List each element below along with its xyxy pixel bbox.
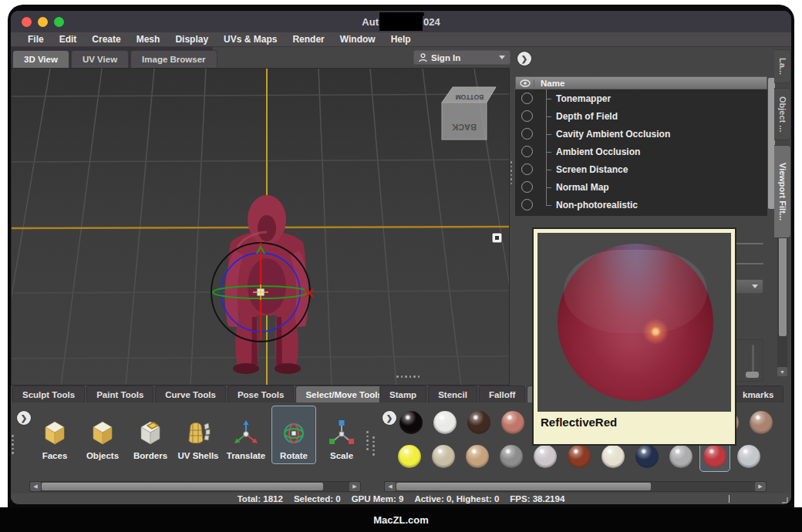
- material-swatch-beige[interactable]: [432, 445, 455, 468]
- tray-tab[interactable]: Pose Tools: [227, 386, 295, 402]
- filter-visibility-toggle[interactable]: [521, 128, 533, 140]
- tree-line: [533, 125, 553, 143]
- sign-in-dropdown[interactable]: Sign In: [413, 50, 511, 65]
- side-tab[interactable]: Object ...: [774, 88, 791, 140]
- right-tray-expand-button[interactable]: ❯: [382, 411, 396, 425]
- material-swatch-light-silver[interactable]: [737, 445, 760, 468]
- scroll-right-arrow[interactable]: ▶: [349, 482, 360, 491]
- panel-vertical-scrollbar[interactable]: ▲ ▼: [777, 225, 787, 376]
- filter-row[interactable]: Non-photorealistic: [515, 196, 767, 214]
- menu-item[interactable]: Render: [285, 34, 332, 45]
- menu-bar: FileEditCreateMeshDisplayUVs & MapsRende…: [11, 32, 791, 47]
- menu-item[interactable]: Edit: [52, 34, 85, 45]
- filter-visibility-toggle[interactable]: [521, 110, 533, 122]
- material-swatches-top-left: [399, 411, 524, 434]
- menu-item[interactable]: Help: [383, 34, 419, 45]
- filter-name: Non-photorealistic: [556, 200, 638, 210]
- tool-objects[interactable]: Objects: [80, 406, 125, 464]
- material-swatch-red[interactable]: [703, 445, 726, 468]
- material-swatch-pearl[interactable]: [602, 445, 625, 468]
- filter-visibility-toggle[interactable]: [521, 181, 533, 193]
- filter-name: Ambient Occlusion: [556, 146, 640, 157]
- filter-row[interactable]: Screen Distance: [515, 160, 767, 178]
- tool-faces[interactable]: Faces: [32, 406, 77, 464]
- tree-line: [533, 107, 553, 125]
- property-slider-knob[interactable]: [746, 372, 759, 378]
- tool-scale[interactable]: Scale: [319, 406, 364, 464]
- scroll-left-arrow[interactable]: ◀: [30, 482, 41, 491]
- bookmarks-tab[interactable]: kmarks: [733, 386, 783, 402]
- scroll-down-arrow[interactable]: ▼: [777, 367, 787, 376]
- tool-uv-shells[interactable]: UV Shells: [176, 406, 221, 464]
- material-swatch-tan[interactable]: [750, 411, 773, 434]
- material-name: ReflectiveRed: [537, 412, 731, 432]
- menu-item[interactable]: File: [20, 34, 52, 45]
- left-tray-edge-dots[interactable]: [366, 431, 369, 450]
- status-segment: FPS: 38.2194: [510, 494, 564, 503]
- tool-rotate[interactable]: Rotate: [271, 406, 316, 464]
- view-tab[interactable]: 3D View: [12, 50, 69, 68]
- title-redaction-box: [379, 12, 423, 31]
- view-tab[interactable]: Image Browser: [130, 50, 217, 68]
- right-tray-scrollbar[interactable]: ◀ ▶: [384, 481, 767, 492]
- filter-row[interactable]: Normal Map: [515, 178, 767, 196]
- material-swatch-dark-blue[interactable]: [635, 445, 659, 468]
- filter-row[interactable]: Cavity Ambient Occlusion: [515, 125, 767, 143]
- left-tray-expand-button[interactable]: ❯: [17, 411, 31, 425]
- material-swatch-pale-lilac[interactable]: [534, 445, 557, 468]
- tray-tab[interactable]: Stamp: [379, 386, 426, 402]
- filter-row[interactable]: Depth of Field: [515, 107, 767, 125]
- filter-name: Depth of Field: [556, 111, 618, 122]
- scroll-right-arrow[interactable]: ▶: [755, 482, 766, 491]
- material-swatch-black[interactable]: [399, 411, 423, 434]
- left-tray-left-dots[interactable]: [12, 435, 14, 454]
- scroll-left-arrow[interactable]: ◀: [385, 482, 396, 491]
- filter-row[interactable]: Ambient Occlusion: [515, 143, 767, 160]
- side-tab[interactable]: La...: [774, 49, 791, 83]
- tray-divider-dots[interactable]: [372, 436, 375, 456]
- window-title-prefix: Aut: [362, 16, 379, 28]
- material-swatch-rust[interactable]: [568, 445, 591, 468]
- filter-name: Normal Map: [556, 182, 609, 193]
- material-swatch-silver[interactable]: [669, 445, 692, 468]
- material-swatch-dark-brown[interactable]: [467, 411, 490, 434]
- tray-tab[interactable]: Select/Move Tools: [295, 386, 392, 402]
- material-swatch-tan[interactable]: [466, 445, 489, 468]
- menu-item[interactable]: Mesh: [129, 34, 168, 45]
- material-swatch-white[interactable]: [433, 411, 457, 434]
- chevron-down-icon: [752, 285, 758, 288]
- left-scroll-thumb[interactable]: [42, 483, 323, 490]
- menu-item[interactable]: Display: [167, 34, 216, 45]
- tree-line: [533, 178, 553, 196]
- material-swatch-gray[interactable]: [500, 445, 523, 468]
- tray-splitter-dots[interactable]: [396, 375, 420, 378]
- filters-list: Tonemapper Depth of Field Cavity Ambient…: [515, 89, 767, 216]
- menu-item[interactable]: UVs & Maps: [216, 34, 285, 45]
- filter-visibility-toggle[interactable]: [521, 146, 533, 157]
- tool-borders[interactable]: Borders: [128, 406, 173, 464]
- name-column-header: Name: [541, 79, 564, 88]
- vscroll-thumb[interactable]: [779, 236, 787, 336]
- resize-grip[interactable]: [782, 497, 788, 503]
- tray-tab[interactable]: Sculpt Tools: [12, 386, 85, 402]
- tray-tab[interactable]: Falloff: [479, 386, 526, 402]
- side-tab[interactable]: Viewport Filt...: [774, 145, 791, 238]
- screen-widget-icon: [492, 233, 502, 243]
- viewport-3d[interactable]: BOTTOM BACK: [11, 68, 510, 386]
- tool-translate[interactable]: Translate: [224, 406, 268, 464]
- tray-tab[interactable]: Stencil: [428, 386, 477, 402]
- material-swatch-yellow[interactable]: [398, 445, 421, 468]
- filter-row[interactable]: Tonemapper: [515, 89, 767, 107]
- material-swatch-clay-red[interactable]: [501, 411, 524, 434]
- right-scroll-thumb[interactable]: [396, 483, 651, 490]
- tray-tab[interactable]: Curve Tools: [155, 386, 226, 402]
- panel-expand-button[interactable]: ❯: [517, 52, 531, 66]
- view-tab[interactable]: UV View: [71, 50, 129, 68]
- left-tray-scrollbar[interactable]: ◀ ▶: [29, 481, 361, 492]
- filter-visibility-toggle[interactable]: [521, 93, 533, 104]
- filter-visibility-toggle[interactable]: [521, 163, 533, 175]
- menu-item[interactable]: Create: [84, 34, 128, 45]
- filter-visibility-toggle[interactable]: [521, 199, 533, 210]
- tray-tab[interactable]: Paint Tools: [86, 386, 153, 402]
- menu-item[interactable]: Window: [332, 34, 383, 45]
